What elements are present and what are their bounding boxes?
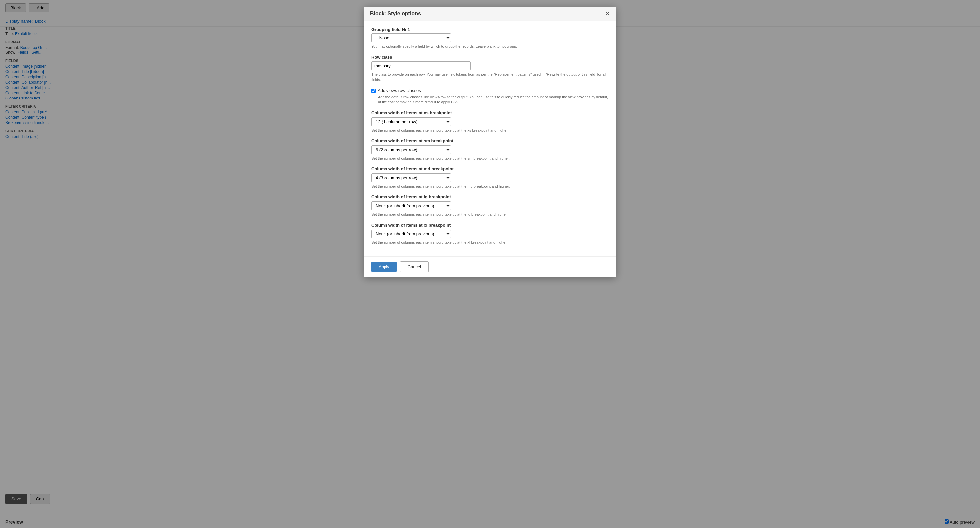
row-class-group: Row class The class to provide on each r… (371, 55, 609, 83)
apply-button[interactable]: Apply (371, 262, 397, 272)
row-class-label: Row class (371, 55, 609, 60)
breakpoint-sm-hint: Set the number of columns each item shou… (371, 156, 609, 161)
grouping-field-select[interactable]: – None – (371, 33, 451, 43)
modal-close-button[interactable]: ✕ (605, 11, 610, 17)
breakpoint-xl-select[interactable]: None (or inherit from previous) (371, 229, 451, 239)
modal-dialog: Block: Style options ✕ Grouping field Nr… (364, 6, 616, 277)
breakpoint-md-group: Column width of items at md breakpoint 4… (371, 167, 609, 189)
modal-title: Block: Style options (370, 11, 421, 17)
modal-body: Grouping field Nr.1 – None – You may opt… (364, 21, 616, 256)
add-views-row-hint: Add the default row classes like views-r… (378, 94, 609, 105)
cancel-modal-button[interactable]: Cancel (400, 261, 429, 272)
breakpoint-md-hint: Set the number of columns each item shou… (371, 184, 609, 189)
breakpoint-xs-label: Column width of items at xs breakpoint (371, 110, 609, 115)
modal-header: Block: Style options ✕ (364, 6, 616, 21)
breakpoint-lg-hint: Set the number of columns each item shou… (371, 212, 609, 217)
modal-footer: Apply Cancel (364, 256, 616, 277)
breakpoint-xs-select[interactable]: 12 (1 column per row) (371, 118, 451, 126)
grouping-field-label: Grouping field Nr.1 (371, 27, 609, 32)
grouping-field-hint: You may optionally specify a field by wh… (371, 44, 609, 49)
modal-overlay: Block: Style options ✕ Grouping field Nr… (0, 0, 980, 528)
add-views-row-group: Add views row classes Add the default ro… (371, 88, 609, 105)
breakpoint-md-label: Column width of items at md breakpoint (371, 167, 609, 172)
breakpoint-xl-hint: Set the number of columns each item shou… (371, 240, 609, 245)
breakpoint-xs-hint: Set the number of columns each item shou… (371, 128, 609, 133)
breakpoint-sm-label: Column width of items at sm breakpoint (371, 138, 609, 143)
breakpoint-xl-group: Column width of items at xl breakpoint N… (371, 223, 609, 245)
breakpoint-xs-group: Column width of items at xs breakpoint 1… (371, 110, 609, 133)
add-views-row-checkbox-row: Add views row classes (371, 88, 609, 93)
grouping-field-group: Grouping field Nr.1 – None – You may opt… (371, 27, 609, 49)
breakpoint-sm-select[interactable]: 6 (2 columns per row) (371, 145, 451, 154)
breakpoint-lg-group: Column width of items at lg breakpoint N… (371, 194, 609, 217)
breakpoint-sm-group: Column width of items at sm breakpoint 6… (371, 138, 609, 161)
add-views-row-checkbox[interactable] (371, 89, 375, 93)
breakpoint-md-select[interactable]: 4 (3 columns per row) (371, 173, 451, 183)
breakpoint-xl-label: Column width of items at xl breakpoint (371, 223, 609, 227)
breakpoint-lg-label: Column width of items at lg breakpoint (371, 194, 609, 199)
breakpoint-lg-select[interactable]: None (or inherit from previous) (371, 201, 451, 210)
row-class-hint: The class to provide on each row. You ma… (371, 72, 609, 83)
add-views-row-label: Add views row classes (377, 88, 421, 93)
row-class-input[interactable] (371, 61, 471, 70)
